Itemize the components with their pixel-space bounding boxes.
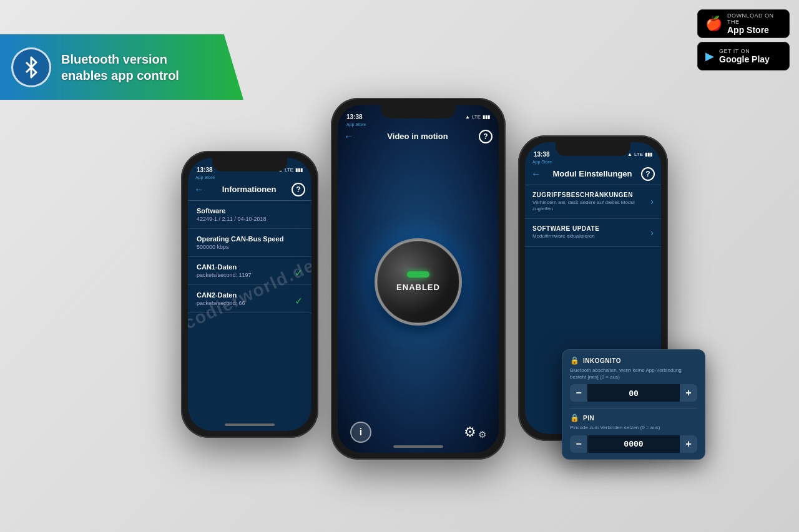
bluetooth-icon bbox=[21, 56, 41, 79]
knob-container: ENABLED bbox=[375, 147, 462, 417]
enable-knob[interactable]: ENABLED bbox=[375, 238, 462, 326]
google-play-icon: ▶ bbox=[705, 49, 714, 63]
can2-check: ✓ bbox=[295, 295, 303, 307]
inkognito-value: 00 bbox=[587, 389, 680, 398]
phone-center-screen: 13:38 ▲ LTE ▮▮▮ App Store ← Video in mot… bbox=[338, 105, 499, 453]
gear-icon-small[interactable]: ⚙ bbox=[478, 429, 486, 440]
info-row-can2: CAN2-Daten packets/second: 66 ✓ bbox=[188, 285, 311, 313]
phone-center-navbar: ← Video in motion ? bbox=[338, 127, 499, 147]
phone-left: 13:38 ▲ LTE ▮▮▮ App Store ← Informatione… bbox=[181, 151, 318, 438]
bluetooth-icon-circle bbox=[11, 47, 51, 87]
info-row-software: Software 42249-1 / 2.11 / 04-10-2018 bbox=[188, 201, 311, 229]
appstore-text: Download on the App Store bbox=[727, 12, 782, 35]
phone-left-screen: 13:38 ▲ LTE ▮▮▮ App Store ← Informatione… bbox=[188, 158, 311, 431]
can1-check: ✓ bbox=[295, 267, 303, 279]
vim-screen: 13:38 ▲ LTE ▮▮▮ App Store ← Video in mot… bbox=[338, 105, 499, 453]
phone-center-signal: ▲ LTE ▮▮▮ bbox=[465, 114, 490, 120]
inkognito-minus-button[interactable]: − bbox=[570, 384, 587, 402]
info-row-canbus: Operating CAN-Bus Speed 500000 kbps bbox=[188, 229, 311, 257]
gear-buttons: ⚙ ⚙ bbox=[464, 424, 486, 440]
pin-plus-button[interactable]: + bbox=[680, 435, 697, 453]
popup-inkognito-row: 🔒 INKOGNITO Bluetooth abschalten, wenn k… bbox=[570, 356, 697, 402]
appstore-button[interactable]: 🍎 Download on the App Store bbox=[697, 9, 790, 38]
popup-card: 🔒 INKOGNITO Bluetooth abschalten, wenn k… bbox=[562, 349, 705, 459]
gear-icon-large[interactable]: ⚙ bbox=[464, 424, 476, 440]
modul-row-zugriff[interactable]: ZUGRIFFSBESCHRÄNKUNGEN Verhindern Sie, d… bbox=[525, 185, 661, 220]
phone-right-signal: ▲ LTE ▮▮▮ bbox=[627, 152, 652, 157]
phone-left-navbar: ← Informationen ? bbox=[188, 180, 311, 200]
phone-right-appstore: App Store bbox=[525, 159, 661, 165]
phone-left-appstore-label: App Store bbox=[188, 175, 311, 180]
phones-area: 13:38 ▲ LTE ▮▮▮ App Store ← Informatione… bbox=[62, 37, 787, 520]
phone-center-appstore: App Store bbox=[338, 122, 499, 127]
inkognito-plus-button[interactable]: + bbox=[680, 384, 697, 402]
phone-right-notch bbox=[556, 142, 630, 156]
apple-icon: 🍎 bbox=[705, 16, 722, 32]
googleplay-button[interactable]: ▶ GET IT ON Google Play bbox=[697, 42, 790, 70]
lock-icon-pin: 🔒 bbox=[570, 414, 579, 422]
pin-control: − 0000 + bbox=[570, 435, 697, 453]
banner: Bluetooth version enables app control bbox=[0, 34, 243, 100]
phone-center: 13:38 ▲ LTE ▮▮▮ App Store ← Video in mot… bbox=[331, 98, 506, 460]
info-button[interactable]: i bbox=[350, 422, 371, 443]
info-row-can1: CAN1-Daten packets/second: 1197 ✓ bbox=[188, 257, 311, 285]
inkognito-control: − 00 + bbox=[570, 384, 697, 402]
googleplay-text: GET IT ON Google Play bbox=[719, 48, 770, 64]
lock-icon-inkognito: 🔒 bbox=[570, 356, 579, 365]
modul-row-update[interactable]: SOFTWARE UPDATE Modulfirmware aktualisie… bbox=[525, 219, 661, 246]
phone-right: 13:38 ▲ LTE ▮▮▮ App Store ← Modul Einste… bbox=[518, 135, 668, 441]
chevron-icon-zugriff: › bbox=[650, 196, 654, 206]
banner-text: Bluetooth version enables app control bbox=[61, 51, 179, 84]
phone-left-notch bbox=[212, 158, 287, 172]
pin-minus-button[interactable]: − bbox=[570, 435, 587, 453]
pin-value: 0000 bbox=[587, 439, 680, 448]
banner-content: Bluetooth version enables app control bbox=[0, 34, 243, 100]
chevron-icon-update: › bbox=[650, 228, 654, 238]
knob-indicator bbox=[407, 271, 429, 278]
phone-center-home-bar bbox=[393, 445, 443, 448]
popup-pin-row: 🔒 PIN Pincode zum Verbinden setzen (0 = … bbox=[570, 414, 697, 452]
store-buttons-container: 🍎 Download on the App Store ▶ GET IT ON … bbox=[697, 9, 790, 70]
phone-center-notch bbox=[381, 105, 456, 118]
popup-divider bbox=[570, 408, 697, 409]
phone-right-navbar: ← Modul Einstellungen ? bbox=[525, 165, 661, 185]
phone-left-home-bar bbox=[225, 423, 275, 426]
